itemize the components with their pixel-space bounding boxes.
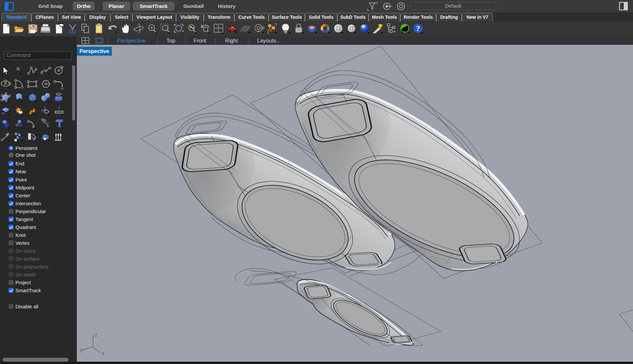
svg-text:?: ?	[416, 24, 420, 33]
svg-text:z: z	[95, 332, 97, 338]
svg-text:x: x	[102, 350, 104, 356]
svg-text:y: y	[80, 347, 83, 352]
